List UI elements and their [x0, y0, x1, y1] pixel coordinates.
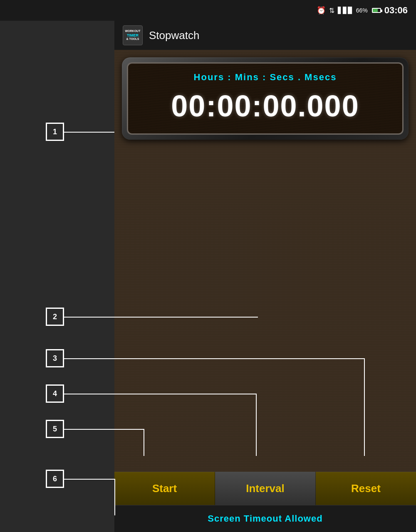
connector-line-6v: [114, 479, 115, 515]
annotation-box-6: 6: [46, 470, 64, 488]
start-button[interactable]: Start: [114, 472, 215, 505]
left-sidebar: 1 2 3 4 5 6: [0, 21, 114, 532]
title-bar: WORKOUT TIMER & TOOLS Stopwatch: [114, 21, 416, 50]
stopwatch-outer: Hours : Mins : Secs . Msecs 00:00:00.000: [122, 57, 409, 140]
time-label: Hours : Mins : Secs . Msecs: [194, 72, 337, 83]
stopwatch-container: Hours : Mins : Secs . Msecs 00:00:00.000: [122, 57, 409, 140]
annotation-box-5: 5: [46, 420, 64, 438]
annotation-box-1: 1: [46, 123, 64, 141]
alarm-icon: ⏰: [317, 6, 326, 15]
upload-icon: ⇅: [329, 7, 334, 15]
reset-button[interactable]: Reset: [316, 472, 416, 505]
status-icons: ⏰ ⇅ ▋▊▉ 66% 03:06: [317, 5, 408, 16]
annotation-box-3: 3: [46, 349, 64, 367]
status-time: 03:06: [384, 5, 408, 16]
annotation-box-2: 2: [46, 308, 64, 326]
annotation-box-4: 4: [46, 384, 64, 403]
stopwatch-inner: Hours : Mins : Secs . Msecs 00:00:00.000: [127, 62, 404, 135]
battery-label: 66%: [356, 7, 368, 14]
connector-line-1: [64, 132, 114, 133]
connector-line-6: [64, 479, 114, 480]
interval-button[interactable]: Interval: [215, 472, 316, 505]
app-logo: WORKOUT TIMER & TOOLS: [123, 25, 143, 45]
signal-icon: ▋▊▉: [338, 7, 353, 14]
battery-icon: [372, 8, 381, 13]
app-title: Stopwatch: [149, 29, 199, 42]
button-row: Start Interval Reset: [114, 472, 416, 505]
time-display: 00:00:00.000: [171, 89, 359, 123]
screen-timeout-text: Screen Timeout Allowed: [208, 513, 322, 524]
app-content: WORKOUT TIMER & TOOLS Stopwatch Hours : …: [114, 21, 416, 532]
screen-timeout-bar: Screen Timeout Allowed: [114, 505, 416, 532]
list-area: [114, 144, 416, 472]
status-bar: ⏰ ⇅ ▋▊▉ 66% 03:06: [0, 0, 416, 21]
